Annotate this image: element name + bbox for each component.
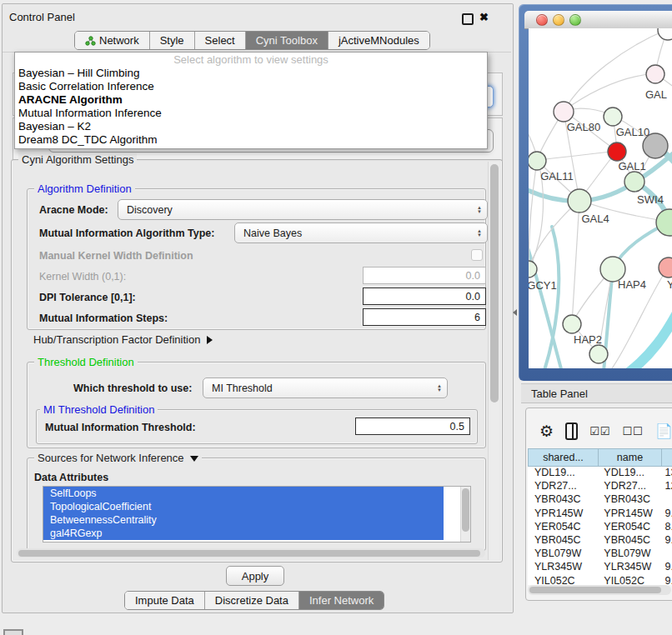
mi-algorithm-type-value: Naive Bayes <box>243 228 302 239</box>
dropdown-item-selected[interactable]: ARACNE Algorithm <box>15 93 487 107</box>
zoom-traffic-light-icon[interactable] <box>569 14 581 26</box>
network-window-titlebar[interactable] <box>524 11 672 29</box>
aracne-mode-combo[interactable]: Discovery ▲▼ <box>118 199 488 220</box>
list-item[interactable]: SelfLoops <box>43 487 444 500</box>
node-label: GAL4 <box>581 212 609 225</box>
node-label: Y <box>667 278 672 291</box>
tab-select[interactable]: Select <box>195 32 246 49</box>
list-vertical-scrollbar[interactable] <box>460 487 470 542</box>
mi-algorithm-type-label: Mutual Information Algorithm Type: <box>39 228 214 239</box>
apply-button[interactable]: Apply <box>226 566 284 586</box>
list-item[interactable]: gal4RGexp <box>43 527 444 540</box>
dropdown-item[interactable]: Bayesian – Hill Climbing <box>15 67 487 80</box>
algorithm-definition-label: Algorithm Definition <box>34 182 135 195</box>
mi-steps-field[interactable]: 6 <box>363 308 486 326</box>
table-row[interactable]: YLR345W YLR345W 9. <box>528 561 672 574</box>
list-item[interactable]: BetweennessCentrality <box>43 513 444 527</box>
tab-impute-data[interactable]: Impute Data <box>125 592 205 609</box>
dropdown-item[interactable]: Basic Correlation Inference <box>15 80 487 93</box>
list-item[interactable]: TopologicalCoefficient <box>43 500 444 513</box>
collapsed-arrow-icon[interactable] <box>207 336 213 344</box>
table-toolbar: ⚙ ☑☑ ☐☐ 📄 <box>526 417 672 445</box>
table-row[interactable]: YER054C YER054C 8. <box>528 521 672 534</box>
float-window-icon[interactable] <box>462 13 474 25</box>
document-icon[interactable]: 📄 <box>655 422 672 440</box>
table-row[interactable]: YBR045C YBR045C 9. <box>528 534 672 548</box>
node-gal10[interactable] <box>604 108 622 126</box>
table-row[interactable]: YDR27... YDR27... 12 <box>528 480 672 493</box>
mi-threshold-label: Mutual Information Threshold: <box>45 422 196 433</box>
table-row[interactable]: YIL052C YIL052C 9. <box>528 575 672 585</box>
settings-horizontal-scrollbar[interactable] <box>17 548 485 558</box>
mi-threshold-field[interactable]: 0.5 <box>355 418 470 435</box>
kernel-width-label: Kernel Width (0,1): <box>39 271 126 282</box>
node-gal1[interactable] <box>608 142 626 161</box>
columns-icon[interactable] <box>565 422 578 440</box>
mi-algorithm-type-combo[interactable]: Naive Bayes ▲▼ <box>234 222 488 243</box>
tab-network[interactable]: Network <box>75 32 150 49</box>
tab-discretize-data[interactable]: Discretize Data <box>205 592 299 609</box>
sources-group: Sources for Network Inference Data Attri… <box>27 458 486 551</box>
combo-stepper-icon: ▲▼ <box>437 384 442 392</box>
column-header[interactable]: name <box>599 448 662 467</box>
node-gal4[interactable] <box>568 189 591 212</box>
aracne-mode-label: Aracne Mode: <box>39 204 108 216</box>
which-threshold-combo[interactable]: MI Threshold ▲▼ <box>203 378 448 398</box>
node-right-edge[interactable] <box>656 209 672 236</box>
table-header-row: shared... name A <box>528 448 672 467</box>
expanded-arrow-icon[interactable] <box>190 456 198 462</box>
algorithm-definition-group: Algorithm Definition Aracne Mode: Discov… <box>27 188 486 330</box>
node-y-cut[interactable] <box>659 258 672 278</box>
node-label: GAL10 <box>616 126 649 138</box>
tab-style[interactable]: Style <box>150 32 195 49</box>
manual-kernel-width-checkbox[interactable] <box>471 249 483 261</box>
sources-label-wrap[interactable]: Sources for Network Inference <box>34 452 202 464</box>
node-bottom[interactable] <box>589 345 608 363</box>
splitpane-collapse-icon[interactable] <box>513 309 517 316</box>
node-label: SWI4 <box>637 193 664 206</box>
minimize-traffic-light-icon[interactable] <box>553 14 564 26</box>
dpi-tolerance-field[interactable]: 0.0 <box>363 288 486 305</box>
node-swi4[interactable] <box>624 172 644 192</box>
node-gal80[interactable] <box>554 102 574 122</box>
dropdown-item[interactable]: Bayesian – K2 <box>15 120 487 133</box>
node-label: GAL <box>645 88 667 101</box>
aracne-mode-value: Discovery <box>127 204 173 216</box>
settings-vertical-scrollbar[interactable] <box>488 162 499 560</box>
gear-icon[interactable]: ⚙ <box>539 422 554 441</box>
table-horizontal-scrollbar[interactable] <box>528 585 671 595</box>
threshold-definition-group: Threshold Definition Which threshold to … <box>27 362 486 448</box>
tab-cyni-toolbox[interactable]: Cyni Toolbox <box>246 32 328 49</box>
deselect-all-columns-icon[interactable]: ☐☐ <box>622 425 643 438</box>
node-unlabeled[interactable] <box>658 28 672 40</box>
hub-definition-label: Hub/Transcription Factor Definition <box>33 333 200 346</box>
column-header[interactable]: shared... <box>528 448 599 467</box>
dropdown-item[interactable]: Mutual Information Inference <box>15 107 487 120</box>
select-all-columns-icon[interactable]: ☑☑ <box>589 425 610 438</box>
mi-threshold-group: MI Threshold Definition Mutual Informati… <box>36 409 478 444</box>
minimized-panel-button[interactable] <box>3 629 23 635</box>
table-row[interactable]: YBL079W YBL079W <box>528 548 672 561</box>
dropdown-item[interactable]: Dream8 DC_TDC Algorithm <box>15 133 487 147</box>
sources-label: Sources for Network Inference <box>38 452 184 464</box>
top-tab-bar: Network Style Select Cyni Toolbox jActiv… <box>3 30 511 52</box>
network-view-window: GAL GAL80 GAL10 GAL1 GAL11 SWI4 GAL4 GCY… <box>519 4 672 381</box>
algorithm-dropdown-list: Select algorithm to view settings Bayesi… <box>14 52 488 149</box>
close-icon[interactable]: ✖ <box>479 12 489 22</box>
node-gal11[interactable] <box>529 152 546 170</box>
node-gal-cut[interactable] <box>646 65 664 83</box>
node-hap2[interactable] <box>563 315 581 333</box>
table-row[interactable]: YBR043C YBR043C <box>528 493 672 507</box>
table-row[interactable]: YDL19... YDL19... 13 <box>528 467 672 480</box>
column-header[interactable]: A <box>662 448 672 467</box>
table-row[interactable]: YPR145W YPR145W 9. <box>528 508 672 521</box>
mi-threshold-group-label: MI Threshold Definition <box>40 403 158 416</box>
close-traffic-light-icon[interactable] <box>536 14 548 26</box>
hub-definition-section[interactable]: Hub/Transcription Factor Definition <box>33 333 213 346</box>
tab-infer-network[interactable]: Infer Network <box>299 592 384 609</box>
data-attributes-label: Data Attributes <box>34 472 108 483</box>
tab-jactivemnodules[interactable]: jActiveMNodules <box>328 32 429 49</box>
network-canvas[interactable]: GAL GAL80 GAL10 GAL1 GAL11 SWI4 GAL4 GCY… <box>529 28 672 368</box>
node-label: HAP4 <box>618 278 646 291</box>
kernel-width-field[interactable]: 0.0 <box>363 267 486 284</box>
